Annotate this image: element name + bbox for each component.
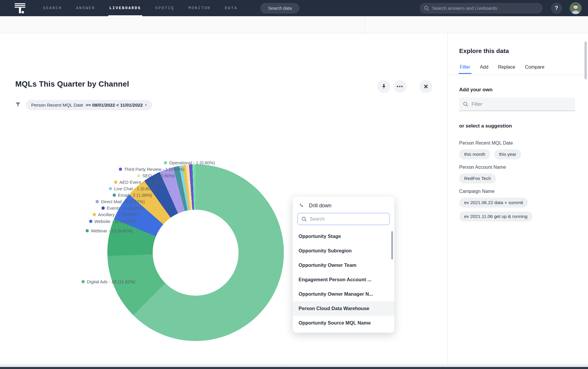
drill-down-title: Drill down (309, 203, 332, 209)
top-nav: SEARCHANSWERLIVEBOARDSSPOTIQMONITORDATA … (0, 0, 588, 16)
slice-label-text: Live Chat - 1 (0.60%) (114, 186, 156, 191)
search-icon (463, 102, 468, 107)
nav-item-data[interactable]: DATA (225, 0, 237, 16)
slice-label-text: Direct Mail - 5 (2.62%) (101, 199, 145, 204)
more-options-button[interactable]: ••• (394, 80, 407, 93)
viz-title: MQLs This Quarter by Channel (15, 80, 129, 89)
slice-label-website[interactable]: Website - 10 (5.22%) (89, 219, 136, 224)
explore-title: Explore this data (459, 47, 509, 54)
drill-down-scrollbar[interactable] (391, 231, 393, 259)
slice-dot (114, 181, 117, 184)
bottom-strip-divider (285, 364, 285, 367)
nav-item-liveboards[interactable]: LIVEBOARDS (109, 0, 141, 16)
slice-label-text: Website - 10 (5.22%) (94, 219, 136, 224)
tabs-divider (448, 75, 588, 75)
page: SEARCHANSWERLIVEBOARDSSPOTIQMONITORDATA … (0, 0, 588, 369)
nav-item-spotiq[interactable]: SPOTIQ (155, 0, 174, 16)
slice-label-operational[interactable]: Operational - 1 (0.60%) (164, 160, 215, 165)
slice-label-aed-event[interactable]: AED Event - 1 (0.60%) (114, 180, 164, 185)
nav-item-search[interactable]: SEARCH (43, 0, 62, 16)
slice-dot (89, 220, 92, 223)
drill-down-item[interactable]: Opportunity Stage (293, 229, 394, 244)
suggestion-group-name: Person Account Name (459, 165, 580, 170)
suggestion-chip[interactable]: ev 2021.11.06 get up & running (459, 211, 532, 221)
thoughtspot-logo-icon[interactable] (14, 3, 26, 14)
slice-label-live-chat[interactable]: Live Chat - 1 (0.60%) (109, 186, 156, 191)
help-button[interactable]: ? (551, 3, 562, 14)
slice-label-text: Third Party Review - 1 (0.60%) (124, 167, 184, 172)
slice-dot (109, 187, 112, 190)
bottom-strip (0, 364, 588, 367)
sidebar-scrollbar[interactable] (584, 42, 587, 79)
explore-panel: Explore this data FilterAddReplaceCompar… (447, 33, 588, 369)
close-button[interactable]: ✕ (419, 80, 432, 93)
drill-down-search-input[interactable] (310, 216, 386, 222)
slice-label-text: Email - 2 (1.08%) (118, 193, 152, 198)
filter-funnel-icon (15, 101, 21, 108)
global-search[interactable] (420, 3, 543, 14)
tab-compare[interactable]: Compare (524, 63, 545, 74)
suggestion-groups: Person Recent MQL Datethis monththis yea… (459, 135, 580, 226)
add-your-own-heading: Add your own (459, 87, 492, 93)
slice-label-text: SEO - 1 (0.60%) (142, 173, 175, 178)
slice-label-ancillary[interactable]: Ancillary - 7 (3.69%) (93, 212, 138, 217)
slice-label-events[interactable]: Events - 6 (3.18%) (101, 206, 143, 211)
drill-down-item[interactable]: Opportunity Owner Team (293, 258, 394, 272)
user-avatar[interactable] (570, 2, 582, 14)
slice-label-third-party-review[interactable]: Third Party Review - 1 (0.60%) (119, 167, 184, 172)
drill-down-item[interactable]: Opportunity Subregion (293, 244, 394, 258)
filter-field: Person Recent MQL Date (31, 102, 83, 108)
slice-dot (101, 206, 105, 210)
slice-label-seo[interactable]: SEO - 1 (0.60%) (137, 173, 175, 178)
drill-down-item[interactable]: Person Cloud Data Warehouse (293, 301, 394, 316)
slice-label-text: Digital Ads - 23 (11.92%) (87, 279, 135, 284)
slice-dot (119, 168, 122, 171)
drill-down-popup: Drill down Opportunity StageOpportunity … (293, 197, 394, 333)
suggestion-group-name: Person Recent MQL Date (459, 140, 580, 146)
tab-add[interactable]: Add (479, 63, 489, 74)
close-icon: ✕ (424, 83, 429, 90)
suggestion-chip[interactable]: this year (494, 149, 522, 159)
slice-label-text: Events - 6 (3.18%) (107, 206, 143, 211)
slice-dot (93, 213, 96, 216)
drill-down-item[interactable]: Opportunity Owner Manager N... (293, 287, 394, 301)
viz-filter-chip[interactable]: Person Recent MQL Date >= 08/01/2022 < 1… (26, 100, 152, 110)
suggestion-chip[interactable]: ev 2021.06.22 data + summit (459, 198, 528, 208)
drill-down-item[interactable]: Opportunity Source MQL Name (293, 316, 394, 330)
pin-button[interactable] (377, 80, 390, 93)
drill-down-search[interactable] (297, 213, 390, 225)
drill-down-item[interactable]: Engagement Person Account ... (293, 272, 394, 287)
slice-dot (164, 161, 167, 164)
drill-down-header: Drill down (293, 197, 394, 212)
slice-label-text: Webinar - 13 (6.81%) (91, 228, 133, 233)
slice-dot (96, 200, 99, 203)
drill-down-list: Opportunity StageOpportunity SubregionOp… (293, 229, 394, 330)
bottom-bar (0, 367, 588, 369)
nav-item-answer[interactable]: ANSWER (76, 0, 95, 16)
search-icon (302, 216, 307, 222)
search-icon (424, 6, 429, 11)
page-background-strip (0, 16, 588, 33)
explore-tabs: FilterAddReplaceCompare (459, 63, 545, 74)
suggestion-group-name: Campaign Name (459, 189, 580, 194)
suggestion-filter[interactable] (459, 97, 575, 111)
slice-dot (137, 174, 140, 177)
global-search-input[interactable] (432, 6, 539, 11)
slice-dot (81, 280, 85, 283)
slice-label-webinar[interactable]: Webinar - 13 (6.81%) (86, 228, 133, 233)
tab-replace[interactable]: Replace (497, 63, 516, 74)
suggestion-chip[interactable]: this month (459, 149, 490, 159)
slice-label-digital-ads[interactable]: Digital Ads - 23 (11.92%) (81, 279, 135, 284)
nav-item-monitor[interactable]: MONITOR (188, 0, 211, 16)
suggestion-chip-row: this monththis year (459, 149, 580, 159)
strip-divider (365, 16, 365, 33)
suggestion-chip[interactable]: RedFox Tech (459, 173, 496, 183)
search-data-button[interactable]: Search data (260, 3, 299, 14)
slice-label-direct-mail[interactable]: Direct Mail - 5 (2.62%) (96, 199, 145, 204)
drill-down-icon (299, 203, 305, 209)
chevron-down-icon: ▾ (145, 103, 147, 107)
suggestion-filter-input[interactable] (472, 101, 571, 107)
slice-label-email[interactable]: Email - 2 (1.08%) (113, 193, 152, 198)
nav-menu: SEARCHANSWERLIVEBOARDSSPOTIQMONITORDATA (43, 0, 237, 16)
tab-filter[interactable]: Filter (459, 63, 471, 74)
